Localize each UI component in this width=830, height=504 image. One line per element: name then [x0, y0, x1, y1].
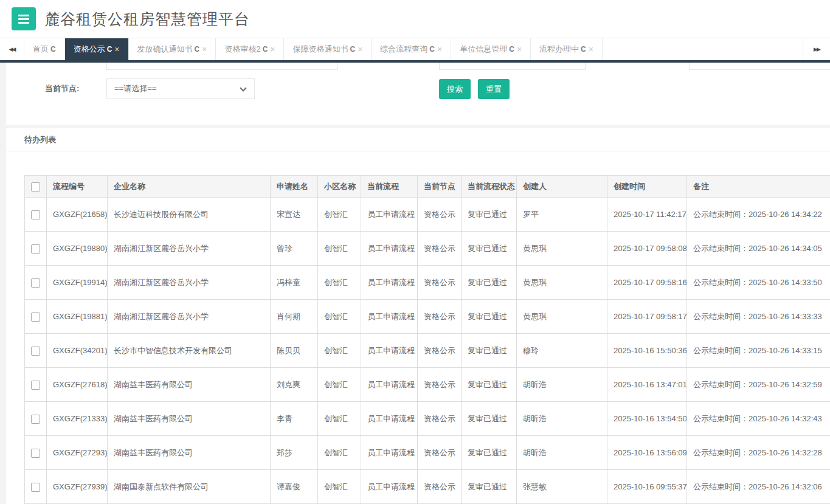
table-cell: 资格公示 — [418, 232, 462, 266]
table-cell: 员工申请流程 — [361, 198, 418, 232]
search-field-partial-3[interactable] — [689, 63, 830, 70]
column-header-申请姓名: 申请姓名 — [271, 176, 318, 198]
table-cell: 复审已通过 — [462, 402, 517, 436]
tab-label: 发放确认通知书 — [137, 44, 193, 55]
table-cell: 员工申请流程 — [361, 334, 418, 368]
app-header: 麓谷租赁公租房智慧管理平台 — [0, 0, 830, 38]
tab-发放确认通知书[interactable]: 发放确认通知书C× — [129, 38, 216, 60]
tab-综合流程查询[interactable]: 综合流程查询C× — [372, 38, 451, 60]
table-cell: 公示结束时间：2025-10-26 14:33:33 — [687, 300, 830, 334]
table-cell: 湖南国泰新点软件有限公司 — [108, 470, 271, 504]
table-cell: 郑莎 — [271, 436, 318, 470]
table-cell: 资格公示 — [418, 266, 462, 300]
todo-table-wrap: 流程编号企业名称申请姓名小区名称当前流程当前节点当前流程状态创建人创建时间备注 … — [24, 175, 830, 504]
tab-close-icon[interactable]: × — [114, 45, 119, 54]
table-cell: 复审已通过 — [462, 368, 517, 402]
column-header-创建人: 创建人 — [517, 176, 607, 198]
tab-refresh-icon[interactable]: C — [429, 45, 435, 54]
tab-close-icon[interactable]: × — [589, 45, 593, 54]
table-cell: 资格公示 — [418, 436, 462, 470]
reset-button[interactable]: 重置 — [478, 79, 510, 99]
row-checkbox[interactable] — [31, 210, 40, 219]
table-cell: 复审已通过 — [462, 198, 517, 232]
table-cell: 肖何期 — [271, 300, 318, 334]
table-cell: 张慧敏 — [517, 470, 607, 504]
column-header-流程编号: 流程编号 — [47, 176, 108, 198]
table-cell: 员工申请流程 — [361, 232, 418, 266]
row-checkbox[interactable] — [31, 312, 40, 322]
table-cell: 湖南益丰医药有限公司 — [108, 436, 271, 470]
row-checkbox-cell — [25, 402, 47, 436]
table-cell: GXGZF(34201) — [47, 334, 108, 368]
select-all-checkbox[interactable] — [31, 182, 40, 192]
search-field-partial-1[interactable] — [106, 63, 337, 70]
table-cell: 资格公示 — [418, 402, 462, 436]
row-checkbox[interactable] — [31, 483, 40, 492]
tabs-scroll-right-icon[interactable]: ▶▶ — [803, 38, 830, 60]
current-node-select-value: ==请选择== — [114, 84, 156, 93]
search-button[interactable]: 搜索 — [439, 79, 471, 99]
table-cell: 黄思琪 — [517, 266, 607, 300]
table-cell: 公示结束时间：2025-10-26 14:32:59 — [687, 368, 830, 402]
row-checkbox-cell — [25, 300, 47, 334]
row-checkbox-cell — [25, 198, 47, 232]
menu-toggle-button[interactable] — [12, 7, 36, 30]
content-area: 当前节点: ==请选择== 搜索 重置 待办列表 流程编号企业名称申请姓名小区名… — [0, 63, 830, 504]
table-cell: 公示结束时间：2025-10-26 14:32:28 — [687, 436, 830, 470]
table-cell: 湖南湘江新区麓谷岳兴小学 — [108, 300, 271, 334]
table-cell: 刘克爽 — [271, 368, 318, 402]
tab-refresh-icon[interactable]: C — [263, 45, 268, 54]
row-checkbox[interactable] — [31, 347, 40, 356]
table-cell: 谭嘉俊 — [271, 470, 318, 504]
table-cell: GXGZF(21333) — [47, 402, 108, 436]
table-row: GXGZF(19881)湖南湘江新区麓谷岳兴小学肖何期创智汇员工申请流程资格公示… — [25, 300, 830, 334]
tab-close-icon[interactable]: × — [437, 45, 442, 54]
table-row: GXGZF(21658)长沙迪迈科技股份有限公司宋宣达创智汇员工申请流程资格公示… — [25, 198, 830, 232]
row-checkbox[interactable] — [31, 449, 40, 458]
table-cell: 胡昕浩 — [517, 368, 607, 402]
table-cell: 员工申请流程 — [361, 436, 418, 470]
column-header-备注: 备注 — [687, 176, 830, 198]
table-row: GXGZF(19880)湖南湘江新区麓谷岳兴小学曾珍创智汇员工申请流程资格公示复… — [25, 232, 830, 266]
table-cell: 资格公示 — [418, 470, 462, 504]
tab-单位信息管理[interactable]: 单位信息管理C× — [451, 38, 531, 60]
table-cell: 穆玲 — [517, 334, 607, 368]
row-checkbox[interactable] — [31, 415, 40, 424]
tab-close-icon[interactable]: × — [517, 45, 522, 54]
tab-label: 资格公示 — [74, 44, 105, 55]
tab-refresh-icon[interactable]: C — [107, 45, 112, 54]
tab-refresh-icon[interactable]: C — [350, 45, 355, 54]
tab-首页[interactable]: 首页C — [24, 38, 65, 60]
tab-资格公示[interactable]: 资格公示C× — [65, 38, 129, 60]
tab-refresh-icon[interactable]: C — [509, 45, 514, 54]
table-cell: 湖南湘江新区麓谷岳兴小学 — [108, 266, 271, 300]
table-cell: 公示结束时间：2025-10-26 14:32:06 — [687, 470, 830, 504]
row-checkbox[interactable] — [31, 381, 40, 390]
table-cell: 2025-10-16 13:56:09 — [607, 436, 687, 470]
tab-close-icon[interactable]: × — [358, 45, 362, 54]
search-field-partial-2[interactable] — [439, 63, 586, 70]
table-cell: 长沙迪迈科技股份有限公司 — [108, 198, 271, 232]
column-header-企业名称: 企业名称 — [108, 176, 271, 198]
tab-流程办理中[interactable]: 流程办理中C× — [531, 38, 603, 60]
row-checkbox[interactable] — [31, 244, 40, 254]
table-cell: 员工申请流程 — [361, 470, 418, 504]
current-node-label: 当前节点: — [45, 78, 79, 99]
tabs-scroll-left-icon[interactable]: ◀◀ — [0, 38, 24, 60]
tab-refresh-icon[interactable]: C — [195, 45, 200, 54]
tab-保障资格通知书[interactable]: 保障资格通知书C× — [284, 38, 372, 60]
table-cell: 员工申请流程 — [361, 300, 418, 334]
table-cell: GXGZF(19914) — [47, 266, 108, 300]
table-cell: 资格公示 — [418, 300, 462, 334]
tab-资格审核2[interactable]: 资格审核2C× — [216, 38, 284, 60]
table-cell: 资格公示 — [418, 368, 462, 402]
search-form-panel: 当前节点: ==请选择== 搜索 重置 — [6, 63, 830, 125]
tab-close-icon[interactable]: × — [270, 45, 275, 54]
row-checkbox[interactable] — [31, 278, 40, 288]
tab-refresh-icon[interactable]: C — [581, 45, 586, 54]
tab-refresh-icon[interactable]: C — [50, 45, 56, 54]
tab-close-icon[interactable]: × — [202, 45, 207, 54]
table-cell: 复审已通过 — [462, 436, 517, 470]
table-cell: 公示结束时间：2025-10-26 14:32:43 — [687, 402, 830, 436]
current-node-select[interactable]: ==请选择== — [106, 78, 255, 99]
